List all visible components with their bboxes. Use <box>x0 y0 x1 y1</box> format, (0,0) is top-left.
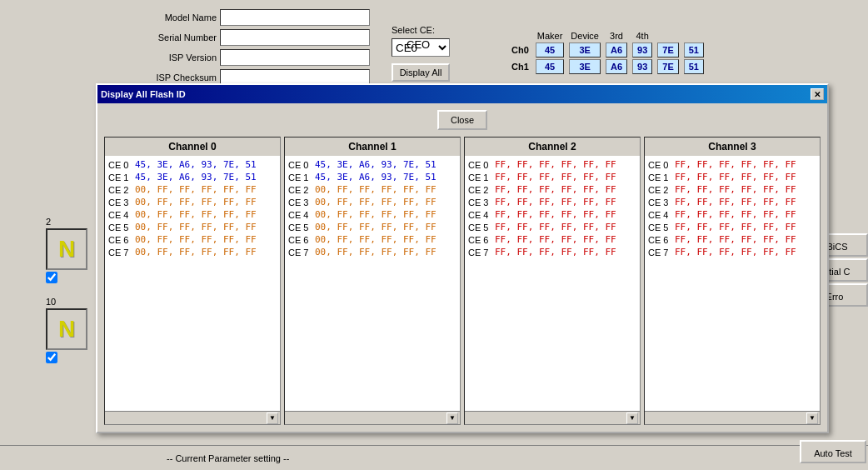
ce-data-3-2: FF, FF, FF, FF, FF, FF <box>675 184 796 195</box>
ce-data-1-3: 00, FF, FF, FF, FF, FF <box>315 197 436 208</box>
ce-data-0-1: 45, 3E, A6, 93, 7E, 51 <box>135 172 257 182</box>
ce-row-3-6: CE 6FF, FF, FF, FF, FF, FF <box>648 234 816 245</box>
ce-row-2-1: CE 1FF, FF, FF, FF, FF, FF <box>468 172 636 182</box>
ce-row-0-0: CE 045, 3E, A6, 93, 7E, 51 <box>108 159 277 170</box>
ce-id-2-2: CE 2 <box>468 185 493 195</box>
ce-data-3-4: FF, FF, FF, FF, FF, FF <box>675 209 796 220</box>
ce-id-3-1: CE 1 <box>648 172 673 182</box>
channel-col-1: Channel 1CE 045, 3E, A6, 93, 7E, 51CE 14… <box>284 137 461 425</box>
scroll-arrow-2[interactable]: ▼ <box>626 412 638 424</box>
ce-data-3-3: FF, FF, FF, FF, FF, FF <box>675 197 796 208</box>
ce-data-1-0: 45, 3E, A6, 93, 7E, 51 <box>315 159 436 170</box>
ce-row-2-6: CE 6FF, FF, FF, FF, FF, FF <box>468 234 636 245</box>
scroll-arrow-3[interactable]: ▼ <box>806 412 818 424</box>
modal-close-x-button[interactable]: ✕ <box>811 88 824 100</box>
channel-col-3: Channel 3CE 0FF, FF, FF, FF, FF, FFCE 1F… <box>644 137 821 425</box>
ce-data-1-2: 00, FF, FF, FF, FF, FF <box>315 184 436 195</box>
ce-row-3-1: CE 1FF, FF, FF, FF, FF, FF <box>648 172 816 182</box>
modal-body: Close Channel 0CE 045, 3E, A6, 93, 7E, 5… <box>97 103 827 432</box>
ce-data-2-2: FF, FF, FF, FF, FF, FF <box>495 184 616 195</box>
ce-id-2-1: CE 1 <box>468 172 493 182</box>
ce-id-3-4: CE 4 <box>648 210 673 220</box>
ce-data-0-5: 00, FF, FF, FF, FF, FF <box>135 222 257 232</box>
ce-id-3-5: CE 5 <box>648 222 673 232</box>
channel-header-0: Channel 0 <box>105 138 280 156</box>
ce-row-1-7: CE 700, FF, FF, FF, FF, FF <box>288 247 456 258</box>
ce-row-1-0: CE 045, 3E, A6, 93, 7E, 51 <box>288 159 456 170</box>
ce-data-1-6: 00, FF, FF, FF, FF, FF <box>315 234 436 245</box>
ce-id-0-3: CE 3 <box>108 198 133 208</box>
ce-data-0-3: 00, FF, FF, FF, FF, FF <box>135 197 257 208</box>
channel-scroll-1: ▼ <box>285 411 460 424</box>
ce-id-1-7: CE 7 <box>288 248 313 258</box>
ce-data-1-5: 00, FF, FF, FF, FF, FF <box>315 222 436 232</box>
scroll-arrow-0[interactable]: ▼ <box>267 412 278 424</box>
ce-row-2-0: CE 0FF, FF, FF, FF, FF, FF <box>468 159 636 170</box>
ce-data-0-0: 45, 3E, A6, 93, 7E, 51 <box>135 159 257 170</box>
channel-content-1: CE 045, 3E, A6, 93, 7E, 51CE 145, 3E, A6… <box>285 156 460 411</box>
ce-id-1-3: CE 3 <box>288 198 313 208</box>
ce-row-1-2: CE 200, FF, FF, FF, FF, FF <box>288 184 456 195</box>
scroll-arrow-1[interactable]: ▼ <box>446 412 458 424</box>
ce-id-2-6: CE 6 <box>468 235 493 245</box>
ce-row-3-5: CE 5FF, FF, FF, FF, FF, FF <box>648 222 816 232</box>
ce-data-3-5: FF, FF, FF, FF, FF, FF <box>675 222 796 232</box>
ce-id-0-0: CE 0 <box>108 160 133 170</box>
ce-id-3-3: CE 3 <box>648 198 673 208</box>
ce-row-2-4: CE 4FF, FF, FF, FF, FF, FF <box>468 209 636 220</box>
ce-id-0-6: CE 6 <box>108 235 133 245</box>
ce-row-1-5: CE 500, FF, FF, FF, FF, FF <box>288 222 456 232</box>
ce-id-0-1: CE 1 <box>108 172 133 182</box>
ce-row-0-5: CE 500, FF, FF, FF, FF, FF <box>108 222 277 232</box>
ce-row-1-6: CE 600, FF, FF, FF, FF, FF <box>288 234 456 245</box>
channel-col-2: Channel 2CE 0FF, FF, FF, FF, FF, FFCE 1F… <box>464 137 641 425</box>
ce-row-2-7: CE 7FF, FF, FF, FF, FF, FF <box>468 247 636 258</box>
ce-id-2-7: CE 7 <box>468 248 493 258</box>
ce-data-1-4: 00, FF, FF, FF, FF, FF <box>315 209 436 220</box>
ce-data-2-4: FF, FF, FF, FF, FF, FF <box>495 209 616 220</box>
ce-data-0-4: 00, FF, FF, FF, FF, FF <box>135 209 257 220</box>
ce-row-3-2: CE 2FF, FF, FF, FF, FF, FF <box>648 184 816 195</box>
ce-id-2-4: CE 4 <box>468 210 493 220</box>
modal-dialog: Display All Flash ID ✕ Close Channel 0CE… <box>96 83 829 433</box>
ce-id-1-4: CE 4 <box>288 210 313 220</box>
ce-id-1-5: CE 5 <box>288 222 313 232</box>
ce-data-3-6: FF, FF, FF, FF, FF, FF <box>675 234 796 245</box>
ce-id-3-0: CE 0 <box>648 160 673 170</box>
ce-row-1-4: CE 400, FF, FF, FF, FF, FF <box>288 209 456 220</box>
ce-data-3-1: FF, FF, FF, FF, FF, FF <box>675 172 796 182</box>
ce-row-3-4: CE 4FF, FF, FF, FF, FF, FF <box>648 209 816 220</box>
channel-content-0: CE 045, 3E, A6, 93, 7E, 51CE 145, 3E, A6… <box>105 156 280 411</box>
ce-row-3-7: CE 7FF, FF, FF, FF, FF, FF <box>648 247 816 258</box>
modal-title: Display All Flash ID <box>101 89 186 99</box>
ce-row-0-1: CE 145, 3E, A6, 93, 7E, 51 <box>108 172 277 182</box>
ce-data-3-0: FF, FF, FF, FF, FF, FF <box>675 159 796 170</box>
modal-close-button[interactable]: Close <box>437 110 487 130</box>
ce-row-3-3: CE 3FF, FF, FF, FF, FF, FF <box>648 197 816 208</box>
ce-id-0-4: CE 4 <box>108 210 133 220</box>
channels-row: Channel 0CE 045, 3E, A6, 93, 7E, 51CE 14… <box>104 137 821 425</box>
ce-row-3-0: CE 0FF, FF, FF, FF, FF, FF <box>648 159 816 170</box>
ce-data-0-7: 00, FF, FF, FF, FF, FF <box>135 247 257 258</box>
ce-row-2-5: CE 5FF, FF, FF, FF, FF, FF <box>468 222 636 232</box>
modal-titlebar: Display All Flash ID ✕ <box>97 85 827 103</box>
ce-row-0-4: CE 400, FF, FF, FF, FF, FF <box>108 209 277 220</box>
modal-close-row: Close <box>104 110 821 130</box>
ce-data-0-6: 00, FF, FF, FF, FF, FF <box>135 234 257 245</box>
ce-id-2-5: CE 5 <box>468 222 493 232</box>
ce-row-0-6: CE 600, FF, FF, FF, FF, FF <box>108 234 277 245</box>
ce-id-0-2: CE 2 <box>108 185 133 195</box>
channel-header-3: Channel 3 <box>645 138 820 156</box>
ce-id-0-7: CE 7 <box>108 248 133 258</box>
channel-scroll-0: ▼ <box>105 411 280 424</box>
ce-data-3-7: FF, FF, FF, FF, FF, FF <box>675 247 796 258</box>
ce-id-1-1: CE 1 <box>288 172 313 182</box>
channel-scroll-3: ▼ <box>645 411 820 424</box>
modal-overlay: Display All Flash ID ✕ Close Channel 0CE… <box>0 0 868 470</box>
ce-row-0-7: CE 700, FF, FF, FF, FF, FF <box>108 247 277 258</box>
ce-data-1-7: 00, FF, FF, FF, FF, FF <box>315 247 436 258</box>
ce-id-1-0: CE 0 <box>288 160 313 170</box>
ce-row-1-3: CE 300, FF, FF, FF, FF, FF <box>288 197 456 208</box>
ce-id-1-2: CE 2 <box>288 185 313 195</box>
ce-row-0-3: CE 300, FF, FF, FF, FF, FF <box>108 197 277 208</box>
